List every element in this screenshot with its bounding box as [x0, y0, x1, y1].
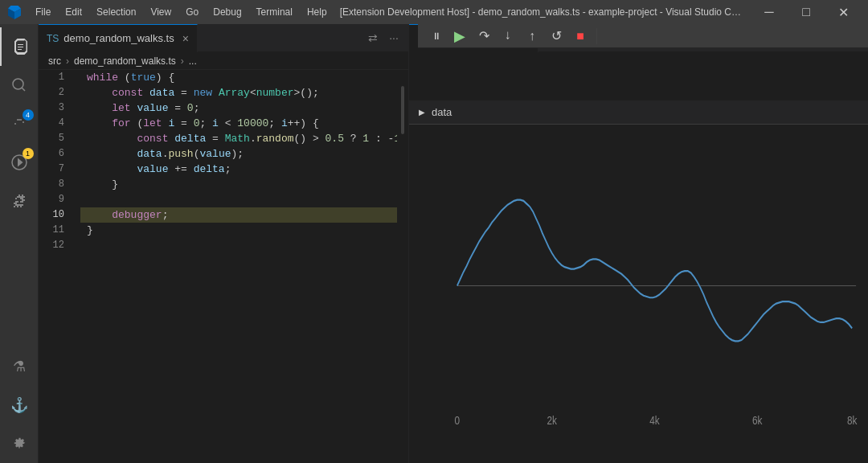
- line-num-3: 3: [39, 100, 72, 116]
- code-line-6: data.push(value);: [80, 146, 408, 162]
- line-num-2: 2: [39, 85, 72, 100]
- code-line-9: [80, 192, 408, 207]
- typescript-file-icon: TS: [47, 33, 59, 44]
- scroll-thumb: [401, 86, 404, 134]
- menu-terminal[interactable]: Terminal: [250, 5, 299, 19]
- activity-explorer[interactable]: [0, 27, 39, 66]
- svg-text:8k: 8k: [847, 413, 858, 427]
- menu-file[interactable]: File: [29, 5, 57, 19]
- minimize-button[interactable]: ─: [751, 0, 788, 24]
- debug-chart-area: 50 0 -50 0 2k 4k 6k 8k: [409, 125, 868, 463]
- code-line-2: const data = new Array<number>();: [80, 85, 408, 100]
- line-num-5: 5: [39, 131, 72, 146]
- code-line-10: ⮞ debugger;: [80, 207, 408, 223]
- line-num-10: 10: [39, 207, 72, 223]
- activity-settings[interactable]: [0, 424, 39, 463]
- breadcrumb-file[interactable]: demo_random_walks.ts: [74, 55, 176, 67]
- tab-close-button[interactable]: ×: [182, 32, 189, 45]
- line-num-7: 7: [39, 162, 72, 177]
- debug-tabs: ⏸ ▶ ↷ ↑ ↑ ↺ ■ Debug Visualizer × ↻ ⤢: [409, 24, 868, 52]
- menu-go[interactable]: Go: [179, 5, 205, 19]
- debug-step-out-button[interactable]: ↑: [521, 25, 543, 47]
- data-chart: 50 0 -50 0 2k 4k 6k 8k: [449, 133, 860, 439]
- line-num-12: 12: [39, 238, 72, 253]
- menu-bar: File Edit Selection View Go Debug Termin…: [29, 5, 334, 19]
- toolbar-separator: [596, 28, 597, 44]
- code-line-3: let value = 0;: [80, 100, 408, 116]
- app-icon: [6, 4, 23, 20]
- code-line-7: value += delta;: [80, 162, 408, 177]
- breadcrumb-more[interactable]: ...: [189, 55, 197, 67]
- tab-label: demo_random_walks.ts: [63, 32, 174, 44]
- line-num-9: 9: [39, 192, 72, 207]
- debug-content: ▶ data 50 0 -50 0 2k 4k 6k 8k: [409, 100, 868, 463]
- scrollbar[interactable]: [397, 70, 408, 463]
- split-editor-button[interactable]: ⇄: [363, 28, 383, 47]
- activity-extensions[interactable]: [0, 182, 39, 220]
- more-actions-button[interactable]: ···: [384, 28, 403, 47]
- tab-actions: ⇄ ···: [363, 28, 408, 47]
- line-num-8: 8: [39, 177, 72, 192]
- code-line-4: for (let i = 0; i < 10000; i++) {: [80, 116, 408, 131]
- code-line-8: }: [80, 177, 408, 192]
- code-line-11: }: [80, 223, 408, 238]
- line-num-11: 11: [39, 223, 72, 238]
- line-numbers: 1 2 3 4 5 6 7 8 9 10 11 12: [39, 70, 80, 253]
- activity-flask[interactable]: ⚗: [0, 347, 39, 386]
- debug-restart-button[interactable]: ↺: [545, 25, 567, 47]
- editor-tabs: TS demo_random_walks.ts × ⇄ ···: [39, 24, 408, 52]
- run-debug-badge: 1: [23, 148, 34, 159]
- activity-search[interactable]: [0, 66, 39, 104]
- activity-source-control[interactable]: 4: [0, 104, 39, 143]
- menu-view[interactable]: View: [144, 5, 178, 19]
- menu-edit[interactable]: Edit: [59, 5, 88, 19]
- breadcrumb-src[interactable]: src: [48, 55, 61, 67]
- breadcrumb: src › demo_random_walks.ts › ...: [39, 52, 408, 70]
- svg-text:2k: 2k: [547, 413, 558, 427]
- menu-help[interactable]: Help: [301, 5, 334, 19]
- code-line-1: while (true) {: [80, 70, 408, 85]
- svg-text:6k: 6k: [752, 413, 763, 427]
- debug-stop-button[interactable]: ■: [569, 25, 592, 47]
- close-button[interactable]: ✕: [825, 0, 862, 24]
- window-controls: ─ □ ✕: [751, 0, 862, 24]
- menu-debug[interactable]: Debug: [207, 5, 248, 19]
- activity-anchor[interactable]: ⚓: [0, 386, 39, 424]
- activity-run-debug[interactable]: 1: [0, 143, 39, 182]
- debug-step-into-button[interactable]: ↑: [497, 25, 519, 47]
- collapse-icon[interactable]: ▶: [419, 108, 425, 117]
- maximize-button[interactable]: □: [788, 0, 825, 24]
- line-num-1: 1: [39, 70, 72, 85]
- activity-bar: 4 1 ⚗ ⚓: [0, 24, 39, 463]
- code-line-5: const delta = Math.random() > 0.5 ? 1 : …: [80, 131, 408, 146]
- source-control-badge: 4: [23, 109, 34, 121]
- line-num-6: 6: [39, 146, 72, 162]
- main-layout: 4 1 ⚗ ⚓ TS demo_random_wa: [0, 24, 868, 463]
- code-editor[interactable]: 1 2 3 4 5 6 7 8 9 10 11 12 while (true) …: [39, 70, 408, 463]
- code-content: while (true) { const data = new Array<nu…: [80, 70, 408, 463]
- code-line-12: [80, 238, 408, 253]
- titlebar: File Edit Selection View Go Debug Termin…: [0, 0, 868, 24]
- editor-area: TS demo_random_walks.ts × ⇄ ··· src › de…: [39, 24, 408, 463]
- debug-pause-button[interactable]: ⏸: [424, 25, 447, 47]
- menu-selection[interactable]: Selection: [90, 5, 142, 19]
- window-title: [Extension Development Host] - demo_rand…: [340, 6, 744, 18]
- svg-text:0: 0: [455, 413, 461, 427]
- debug-continue-button[interactable]: ▶: [448, 25, 471, 47]
- tab-demo-random-walks[interactable]: TS demo_random_walks.ts ×: [39, 24, 198, 52]
- data-label: data: [432, 106, 452, 118]
- debug-step-over-button[interactable]: ↷: [473, 25, 495, 47]
- line-num-4: 4: [39, 116, 72, 131]
- debug-header: ▶ data: [409, 100, 868, 125]
- svg-text:4k: 4k: [649, 413, 660, 427]
- debug-panel: ⏸ ▶ ↷ ↑ ↑ ↺ ■ Debug Visualizer × ↻ ⤢: [408, 24, 868, 463]
